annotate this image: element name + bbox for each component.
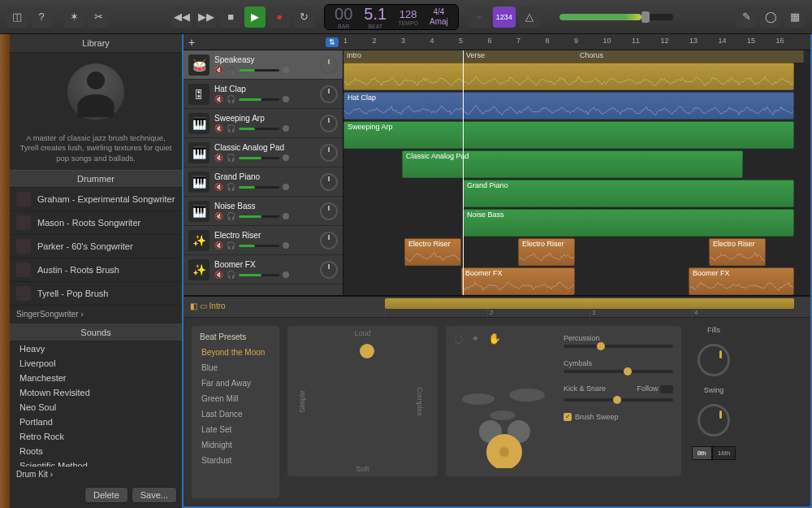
headphone-icon[interactable]: 🎧 <box>227 124 235 132</box>
track-header[interactable]: 🥁Speakeasy🔇🎧 <box>184 50 343 80</box>
fills-knob[interactable] <box>698 344 730 376</box>
xy-pad[interactable]: Loud Soft Simple Complex <box>287 326 438 476</box>
arrangement-marker[interactable]: Intro <box>343 50 463 63</box>
drummer-item[interactable]: Tyrell - Pop Brush <box>10 282 182 306</box>
headphone-icon[interactable]: 🎧 <box>227 271 235 279</box>
region[interactable]: Electro Riser <box>709 238 766 266</box>
count-in-button[interactable]: 1234 <box>493 7 516 28</box>
settings-icon[interactable]: ✶ <box>63 7 84 28</box>
cycle-button[interactable]: ↻ <box>293 7 314 28</box>
timeline-ruler[interactable]: 12345678910111213141516 <box>343 34 810 50</box>
rewind-button[interactable]: ◀◀ <box>171 7 192 28</box>
library-toggle-icon[interactable]: ◫ <box>6 7 28 28</box>
mute-icon[interactable]: 🔇 <box>214 183 223 191</box>
drummer-item[interactable]: Mason - Roots Songwriter <box>10 211 182 235</box>
drummer-item[interactable]: Austin - Roots Brush <box>10 258 182 282</box>
mute-icon[interactable]: 🔇 <box>214 212 223 220</box>
preset-item[interactable]: Blue <box>195 360 276 376</box>
volume-slider[interactable] <box>239 274 279 276</box>
master-volume-slider[interactable] <box>559 14 673 20</box>
xy-puck[interactable] <box>360 344 374 358</box>
brush-sweep-checkbox[interactable]: ✓ <box>564 413 572 421</box>
hand-icon[interactable]: ✋ <box>488 332 501 345</box>
track-header[interactable]: ✨Boomer FX🔇🎧 <box>184 255 343 284</box>
metronome-icon[interactable]: △ <box>519 7 540 28</box>
pan-knob[interactable] <box>320 144 338 162</box>
stop-button[interactable]: ■ <box>220 7 241 28</box>
drummer-item[interactable]: Graham - Experimental Songwriter <box>10 188 182 211</box>
mute-icon[interactable]: 🔇 <box>214 95 223 103</box>
sound-item[interactable]: Liverpool <box>10 356 182 371</box>
quick-help-icon[interactable]: ? <box>31 7 52 28</box>
drummer-item[interactable]: Parker - 60's Songwriter <box>10 235 182 258</box>
pan-dot[interactable] <box>283 184 289 190</box>
pan-knob[interactable] <box>320 173 338 191</box>
track-header[interactable]: 🎹Sweeping Arp🔇🎧 <box>184 109 343 138</box>
headphone-icon[interactable]: 🎧 <box>227 212 235 220</box>
delete-button[interactable]: Delete <box>84 487 128 503</box>
lcd-display[interactable]: 00BAR 5.1BEAT 128TEMPO 4/4Amaj <box>324 4 459 30</box>
loop-browser-icon[interactable]: ◯ <box>760 7 781 28</box>
sound-item[interactable]: Manchester <box>10 371 182 385</box>
region[interactable]: Boomer FX <box>689 267 794 295</box>
track-filter-button[interactable]: ⇅ <box>326 37 339 47</box>
breadcrumb[interactable]: SingerSongwriter › <box>10 306 182 323</box>
volume-slider[interactable] <box>239 245 279 247</box>
pan-dot[interactable] <box>283 271 289 278</box>
shaker-icon[interactable]: ✦ <box>471 332 480 345</box>
sticks-icon[interactable]: ◌ <box>454 332 463 345</box>
track-header[interactable]: ✨Electro Riser🔇🎧 <box>184 226 343 255</box>
pan-dot[interactable] <box>283 242 289 249</box>
preset-item[interactable]: Beyond the Moon <box>195 345 276 360</box>
preset-item[interactable]: Far and Away <box>195 376 276 391</box>
track-header[interactable]: 🎹Noise Bass🔇🎧 <box>184 197 343 226</box>
arrangement-marker[interactable]: Chorus <box>577 50 804 63</box>
library-footer-breadcrumb[interactable]: Drum Kit › <box>10 467 182 482</box>
track-header[interactable]: 🎹Grand Piano🔇🎧 <box>184 167 343 197</box>
pan-knob[interactable] <box>320 261 338 279</box>
preset-item[interactable]: Green Mill <box>195 391 276 406</box>
swing-knob[interactable] <box>698 404 730 436</box>
headphone-icon[interactable]: 🎧 <box>227 183 235 191</box>
forward-button[interactable]: ▶▶ <box>196 7 217 28</box>
mute-icon[interactable]: 🔇 <box>214 241 223 250</box>
volume-slider[interactable] <box>239 215 279 218</box>
mute-icon[interactable]: 🔇 <box>214 271 223 279</box>
track-header[interactable]: 🎹Classic Analog Pad🔇🎧 <box>184 138 343 167</box>
pan-knob[interactable] <box>320 56 338 74</box>
pan-dot[interactable] <box>283 125 289 132</box>
region[interactable]: Classic Analog Pad <box>402 150 743 178</box>
play-button[interactable]: ▶ <box>244 7 266 28</box>
mute-icon[interactable]: 🔇 <box>214 124 223 132</box>
preset-item[interactable]: Late Set <box>195 422 276 437</box>
volume-slider[interactable] <box>239 186 279 189</box>
swing-resolution-segment[interactable]: 8th16th <box>692 446 736 460</box>
pan-knob[interactable] <box>320 232 338 250</box>
preset-item[interactable]: Last Dance <box>195 406 276 422</box>
sound-item[interactable]: Neo Soul <box>10 400 182 415</box>
region[interactable]: Boomer FX <box>461 267 575 295</box>
region[interactable]: Sweeping Arp <box>343 121 794 149</box>
pan-knob[interactable] <box>320 202 338 220</box>
sound-item[interactable]: Heavy <box>10 341 182 356</box>
region[interactable]: Noise Bass <box>463 209 794 237</box>
tuner-icon[interactable]: ⌁ <box>469 7 490 28</box>
editor-region-bar[interactable] <box>385 298 794 309</box>
pan-knob[interactable] <box>320 85 338 103</box>
cymbals-slider[interactable] <box>564 370 673 373</box>
pan-dot[interactable] <box>283 96 289 102</box>
add-track-button[interactable]: + <box>188 36 200 49</box>
pan-dot[interactable] <box>283 67 289 73</box>
region[interactable]: Electro Riser <box>518 238 575 266</box>
scissors-icon[interactable]: ✂ <box>88 7 109 28</box>
region[interactable]: Hat Clap <box>343 92 794 119</box>
volume-slider[interactable] <box>239 157 279 159</box>
media-browser-icon[interactable]: ▦ <box>784 7 806 28</box>
headphone-icon[interactable]: 🎧 <box>227 66 235 74</box>
region[interactable] <box>343 63 794 90</box>
volume-slider[interactable] <box>239 128 279 130</box>
sound-item[interactable]: Scientific Method <box>10 458 182 467</box>
volume-slider[interactable] <box>239 69 279 72</box>
pan-knob[interactable] <box>320 115 338 132</box>
save-button[interactable]: Save... <box>132 487 177 503</box>
